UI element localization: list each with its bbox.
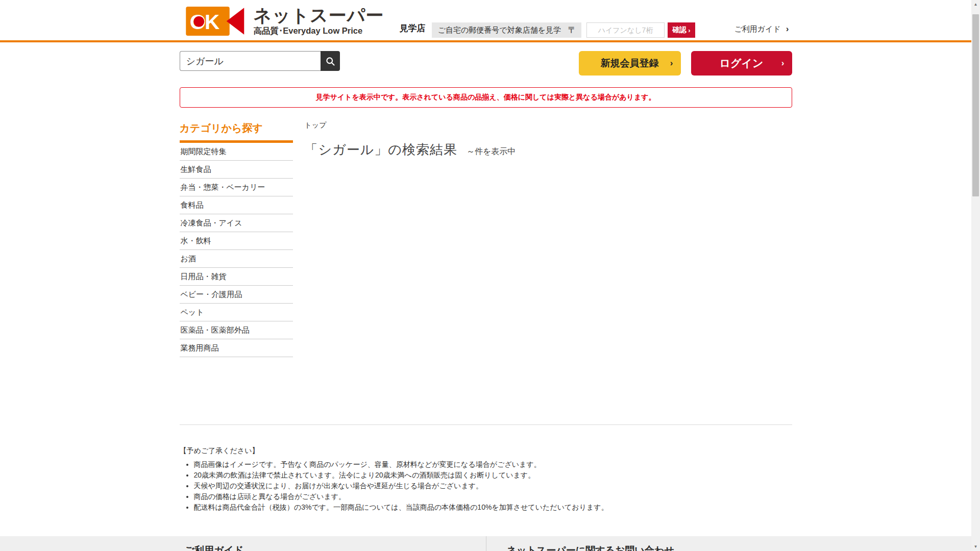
footer-guide-column: ご利用ガイド [180, 536, 486, 551]
category-item[interactable]: ベビー・介護用品 [180, 286, 293, 304]
logo-title: ネットスーパー [254, 7, 384, 24]
result-count: ～件を表示中 [467, 146, 516, 157]
ok-logo-icon: OK [185, 7, 248, 36]
preview-notice-text: 見学サイトを表示中です。表示されている商品の品揃え、価格に関しては実際と異なる場… [315, 93, 655, 102]
disclaimer-notes: 【予めご了承ください】 商品画像はイメージです。予告なく商品のパッケージ、容量、… [180, 446, 792, 513]
chevron-right-icon: › [688, 27, 690, 34]
category-item-label: 冷凍食品・アイス [181, 218, 242, 227]
category-sidebar: カテゴリから探す 期間限定特集 生鮮食品 弁当・惣菜・ベーカリー 食料品 冷凍食… [180, 120, 293, 357]
logo-text: ネットスーパー 高品質･Everyday Low Price [254, 7, 384, 37]
category-item-label: ペット [181, 308, 204, 316]
register-label: 新規会員登録 [601, 58, 659, 68]
postal-prompt-bar: ご自宅の郵便番号で対象店舗を見学 〒 [432, 22, 581, 38]
category-item-label: 期間限定特集 [181, 147, 227, 156]
category-item[interactable]: 日用品・雑貨 [180, 268, 293, 286]
auth-buttons: 新規会員登録 › ログイン › [579, 51, 792, 76]
disclaimer-item: 配送料は商品代金合計（税抜）の3%です。一部商品については、当該商品の本体価格の… [194, 502, 792, 513]
usage-guide-link[interactable]: ご利用ガイド › [734, 24, 789, 34]
category-item-label: 業務用商品 [181, 343, 219, 352]
category-item[interactable]: 生鮮食品 [180, 161, 293, 179]
disclaimer-item-text: 20歳未満の飲酒は法律で禁止されています。法令により20歳未満への酒類販売は固く… [194, 471, 535, 479]
usage-guide-label: ご利用ガイド [734, 24, 780, 34]
disclaimer-item-text: 天候や周辺の交通状況により、お届けが出来ない場合や遅延が生じる場合がございます。 [194, 482, 483, 490]
search-button[interactable] [321, 51, 340, 71]
category-item[interactable]: 医薬品・医薬部外品 [180, 321, 293, 339]
search-box [180, 51, 340, 71]
result-title: 「シガール」の検索結果 [305, 141, 457, 159]
category-item-label: 水・飲料 [181, 236, 211, 245]
site-footer: ご利用ガイド ネットスーパーに関するお問い合わせ [0, 536, 971, 551]
register-button[interactable]: 新規会員登録 › [579, 51, 681, 76]
chevron-right-icon: › [786, 24, 789, 34]
ok-logo[interactable]: OK ネットスーパー 高品質･Everyday Low Price [185, 7, 384, 37]
footer-contact-column: ネットスーパーに関するお問い合わせ [486, 536, 792, 551]
content-divider [180, 424, 792, 425]
scrollbar-thumb[interactable] [972, 14, 979, 196]
category-item[interactable]: 水・飲料 [180, 232, 293, 250]
postal-prompt-text: ご自宅の郵便番号で対象店舗を見学 [438, 26, 561, 35]
disclaimer-item-text: 配送料は商品代金合計（税抜）の3%です。一部商品については、当該商品の本体価格の… [194, 503, 608, 511]
disclaimer-item-text: 商品の価格は店頭と異なる場合がございます。 [194, 492, 346, 500]
disclaimer-item-text: 商品画像はイメージです。予告なく商品のパッケージ、容量、原材料などが変更になる場… [194, 460, 541, 468]
disclaimer-list: 商品画像はイメージです。予告なく商品のパッケージ、容量、原材料などが変更になる場… [194, 459, 792, 513]
category-item-label: 生鮮食品 [181, 165, 211, 173]
scrollbar: ▲ ▼ [971, 0, 980, 551]
preview-notice-banner: 見学サイトを表示中です。表示されている商品の品揃え、価格に関しては実際と異なる場… [180, 87, 792, 108]
category-item[interactable]: 業務用商品 [180, 339, 293, 357]
main-area: カテゴリから探す 期間限定特集 生鮮食品 弁当・惣菜・ベーカリー 食料品 冷凍食… [180, 120, 792, 424]
store-mode-label: 見学店 [400, 22, 426, 34]
login-label: ログイン [720, 57, 764, 69]
footer-contact-heading: ネットスーパーに関するお問い合わせ [507, 544, 792, 551]
category-list: 期間限定特集 生鮮食品 弁当・惣菜・ベーカリー 食料品 冷凍食品・アイス 水・飲… [180, 143, 293, 357]
search-results-panel: トップ 「シガール」の検索結果 ～件を表示中 [305, 120, 792, 159]
login-button[interactable]: ログイン › [691, 51, 792, 76]
postal-code-input[interactable] [586, 22, 665, 38]
postal-confirm-label: 確認 [672, 26, 687, 35]
category-item-label: 食料品 [181, 201, 204, 209]
site-header: OK ネットスーパー 高品質･Everyday Low Price 見学店 ご自… [0, 0, 971, 42]
category-item[interactable]: 期間限定特集 [180, 143, 293, 161]
category-item-label: 弁当・惣菜・ベーカリー [181, 183, 265, 191]
postal-confirm-button[interactable]: 確認 › [668, 22, 695, 38]
chevron-right-icon: › [781, 58, 785, 68]
result-heading-row: 「シガール」の検索結果 ～件を表示中 [305, 141, 792, 159]
category-item[interactable]: 冷凍食品・アイス [180, 214, 293, 232]
page: OK ネットスーパー 高品質･Everyday Low Price 見学店 ご自… [0, 0, 971, 551]
disclaimer-item: 天候や周辺の交通状況により、お届けが出来ない場合や遅延が生じる場合がございます。 [194, 481, 792, 491]
chevron-right-icon: › [670, 58, 673, 68]
category-item[interactable]: 食料品 [180, 196, 293, 214]
disclaimer-item: 20歳未満の飲酒は法律で禁止されています。法令により20歳未満への酒類販売は固く… [194, 470, 792, 481]
category-item[interactable]: 弁当・惣菜・ベーカリー [180, 179, 293, 196]
category-sidebar-title: カテゴリから探す [180, 120, 293, 143]
logo-tagline: 高品質･Everyday Low Price [254, 26, 384, 37]
category-item-label: お酒 [181, 254, 196, 263]
category-item-label: 医薬品・医薬部外品 [181, 325, 250, 334]
category-item[interactable]: ペット [180, 304, 293, 321]
search-input[interactable] [180, 51, 321, 71]
search-icon [325, 56, 335, 66]
search-row: 新規会員登録 › ログイン › [180, 51, 792, 76]
category-item[interactable]: お酒 [180, 250, 293, 268]
disclaimer-item: 商品画像はイメージです。予告なく商品のパッケージ、容量、原材料などが変更になる場… [194, 459, 792, 470]
category-item-label: ベビー・介護用品 [181, 290, 242, 298]
disclaimer-heading: 【予めご了承ください】 [180, 446, 792, 456]
scrollbar-up-arrow-icon[interactable]: ▲ [971, 0, 980, 9]
footer-guide-heading: ご利用ガイド [185, 544, 486, 551]
disclaimer-item: 商品の価格は店頭と異なる場合がございます。 [194, 491, 792, 502]
category-item-label: 日用品・雑貨 [181, 272, 227, 281]
scrollbar-down-arrow-icon[interactable]: ▼ [971, 542, 980, 551]
breadcrumb-top-link[interactable]: トップ [305, 121, 327, 130]
postal-mark-icon: 〒 [568, 25, 576, 36]
